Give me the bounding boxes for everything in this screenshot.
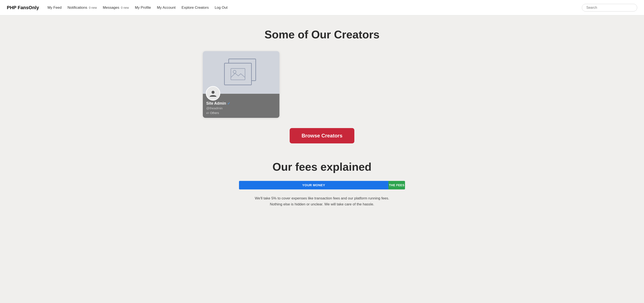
browse-btn-wrap: Browse Creators: [203, 128, 441, 143]
browse-creators-button[interactable]: Browse Creators: [290, 128, 354, 143]
messages-badge: 0 new: [121, 6, 129, 9]
nav-myaccount[interactable]: My Account: [157, 6, 176, 10]
creator-handle: @theadmin: [206, 106, 276, 110]
image-placeholder-icon: [224, 59, 258, 86]
search-input[interactable]: [582, 4, 637, 12]
navbar: PHP FansOnly My Feed Notifications 0 new…: [0, 0, 644, 15]
creator-name: Site Admin: [206, 101, 226, 106]
avatar-person-icon: [209, 90, 217, 97]
nav-logout[interactable]: Log Out: [215, 6, 228, 10]
creator-card[interactable]: Site Admin ✓ @theadmin 🏷 Others: [203, 51, 280, 118]
front-frame: [224, 63, 252, 85]
verified-icon: ✓: [227, 101, 230, 106]
creator-avatar: [206, 86, 220, 101]
fees-desc-line1: We'll take 5% to cover expenses like tra…: [255, 196, 389, 200]
search-box: [582, 4, 637, 12]
creators-section: Some of Our Creators: [203, 28, 441, 143]
nav-messages[interactable]: Messages 0 new: [103, 6, 129, 10]
nav-myprofile[interactable]: My Profile: [135, 6, 151, 10]
creator-tag-label: Others: [210, 111, 219, 115]
fees-bar-fee: THE FEES: [388, 181, 405, 189]
fees-desc-line2: Nothing else is hidden or unclear. We wi…: [270, 202, 374, 206]
tag-icon: 🏷: [206, 111, 209, 115]
creator-card-info: Site Admin ✓ @theadmin 🏷 Others: [203, 94, 280, 118]
brand-logo: PHP FansOnly: [7, 5, 39, 11]
creator-tag: 🏷 Others: [206, 111, 219, 115]
fees-bar: YOUR MONEY THE FEES: [239, 181, 405, 189]
image-icon: [230, 68, 246, 81]
fees-bar-money: YOUR MONEY: [239, 181, 388, 189]
creators-section-title: Some of Our Creators: [203, 28, 441, 41]
nav-notifications[interactable]: Notifications 0 new: [68, 6, 97, 10]
nav-explore[interactable]: Explore Creators: [182, 6, 209, 10]
fees-description: We'll take 5% to cover expenses like tra…: [203, 195, 441, 208]
main-content: Some of Our Creators: [194, 15, 450, 220]
fees-section: Our fees explained YOUR MONEY THE FEES W…: [203, 160, 441, 208]
nav-myfeed[interactable]: My Feed: [48, 6, 62, 10]
nav-links: My Feed Notifications 0 new Messages 0 n…: [48, 6, 582, 10]
svg-point-1: [233, 70, 236, 73]
notifications-badge: 0 new: [89, 6, 97, 9]
fees-section-title: Our fees explained: [203, 160, 441, 173]
creators-grid: Site Admin ✓ @theadmin 🏷 Others: [203, 51, 441, 118]
creator-name-row: Site Admin ✓: [206, 101, 276, 106]
svg-rect-0: [231, 68, 245, 80]
svg-point-2: [212, 91, 214, 94]
